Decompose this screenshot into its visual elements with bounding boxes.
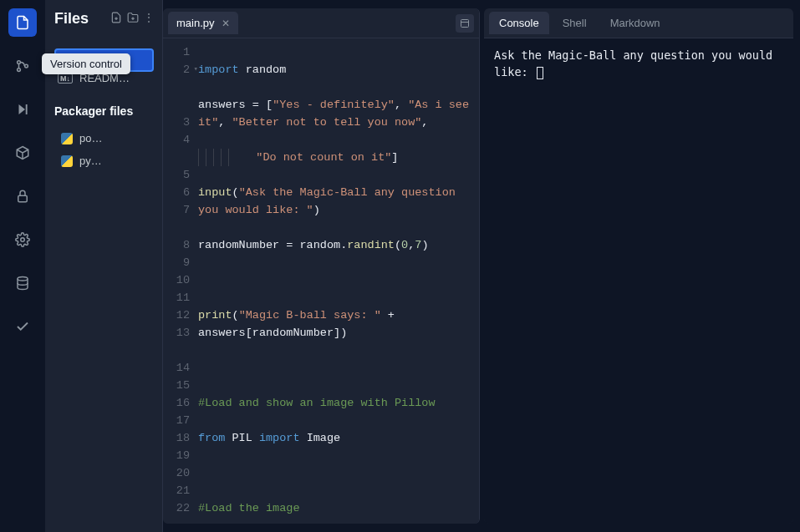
console-pane: Console Shell Markdown Ask the Magic-Bal… <box>484 8 793 524</box>
left-rail <box>0 0 46 532</box>
console-cursor <box>537 67 543 79</box>
editor-pane: main.py ✕ 1 2 3 4 5 6 7 8 9 10 11 12 13 … <box>163 8 480 524</box>
new-file-icon[interactable] <box>110 12 122 26</box>
secrets-icon[interactable] <box>8 182 37 210</box>
package-label: po… <box>79 132 102 144</box>
markdown-icon: M↓ <box>58 73 73 84</box>
package-item-0[interactable]: po… <box>54 127 154 149</box>
new-folder-icon[interactable] <box>127 12 139 26</box>
python-icon <box>61 133 73 144</box>
section-title-packager: Packager files <box>54 104 154 119</box>
svg-rect-3 <box>26 104 28 114</box>
tab-markdown[interactable]: Markdown <box>600 12 670 34</box>
right-tabs: Console Shell Markdown <box>484 8 793 38</box>
packages-icon[interactable] <box>8 139 37 167</box>
svg-point-0 <box>18 61 21 64</box>
svg-point-1 <box>18 68 21 72</box>
sidebar-title: Files <box>54 10 105 28</box>
svg-rect-11 <box>461 19 469 27</box>
tab-main-py[interactable]: main.py ✕ <box>168 12 238 34</box>
more-icon[interactable]: ⋮ <box>144 12 154 26</box>
version-control-icon[interactable] <box>8 52 37 80</box>
run-icon[interactable] <box>8 95 37 124</box>
editor-tabs: main.py ✕ <box>163 8 479 38</box>
files-sidebar: Files ⋮ Version control M↓ READM… Packag… <box>46 0 163 532</box>
sidebar-header: Files ⋮ <box>54 10 154 28</box>
close-icon[interactable]: ✕ <box>222 18 230 29</box>
package-item-1[interactable]: py… <box>54 149 154 172</box>
files-icon[interactable] <box>8 8 37 37</box>
tab-console[interactable]: Console <box>489 12 549 34</box>
tab-label: main.py <box>176 17 215 29</box>
done-icon[interactable] <box>8 312 37 341</box>
svg-point-6 <box>18 277 28 281</box>
package-label: py… <box>79 155 102 167</box>
code-editor[interactable]: 1 2 3 4 5 6 7 8 9 10 11 12 13 14 15 16 1… <box>163 38 479 524</box>
console-output[interactable]: Ask the Magic-Ball any question you woul… <box>484 38 793 524</box>
line-gutter: 1 2 3 4 5 6 7 8 9 10 11 12 13 14 15 16 1… <box>163 43 198 524</box>
tooltip: Version control <box>42 53 130 74</box>
python-icon <box>61 155 73 167</box>
settings-icon[interactable] <box>8 225 37 254</box>
svg-rect-4 <box>18 195 28 202</box>
editor-layout-icon[interactable] <box>456 14 474 33</box>
tab-shell[interactable]: Shell <box>553 12 597 34</box>
database-icon[interactable] <box>8 269 37 297</box>
svg-point-2 <box>25 64 28 68</box>
code-content[interactable]: import random answers = ["Yes - definite… <box>198 43 479 524</box>
svg-point-5 <box>21 238 25 242</box>
